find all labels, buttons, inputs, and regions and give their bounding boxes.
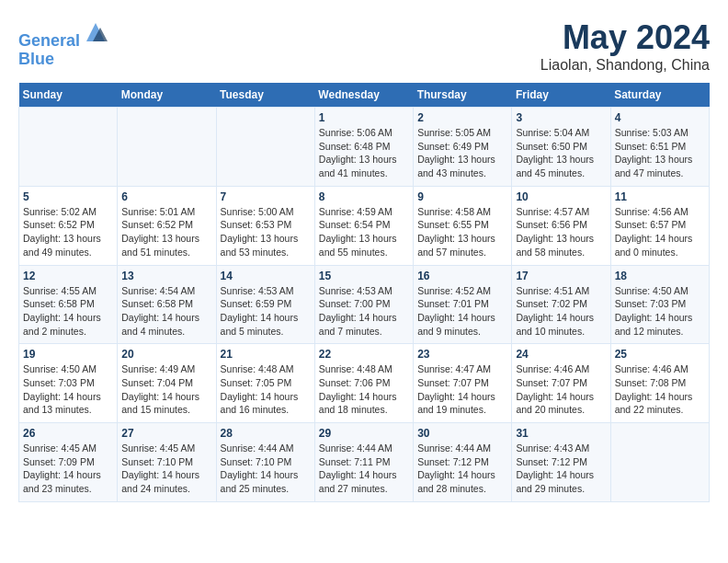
calendar-week-1: 1Sunrise: 5:06 AMSunset: 6:48 PMDaylight… [19, 108, 710, 187]
day-number: 15 [319, 270, 409, 282]
day-number: 25 [615, 348, 705, 361]
day-number: 10 [516, 190, 606, 203]
calendar-cell: 1Sunrise: 5:06 AMSunset: 6:48 PMDaylight… [314, 108, 413, 187]
day-info: Sunrise: 4:44 AMSunset: 7:12 PMDaylight:… [417, 442, 507, 496]
calendar-cell: 29Sunrise: 4:44 AMSunset: 7:11 PMDayligh… [314, 423, 413, 502]
day-info: Sunrise: 4:56 AMSunset: 6:57 PMDaylight:… [615, 205, 705, 259]
day-info: Sunrise: 4:46 AMSunset: 7:08 PMDaylight:… [615, 362, 705, 417]
calendar-cell: 9Sunrise: 4:58 AMSunset: 6:55 PMDaylight… [414, 186, 512, 265]
day-info: Sunrise: 4:54 AMSunset: 6:58 PMDaylight:… [121, 284, 211, 339]
day-info: Sunrise: 4:46 AMSunset: 7:07 PMDaylight:… [516, 362, 606, 417]
day-info: Sunrise: 4:53 AMSunset: 6:59 PMDaylight:… [221, 284, 311, 339]
calendar-week-5: 26Sunrise: 4:45 AMSunset: 7:09 PMDayligh… [19, 423, 710, 502]
calendar-cell: 4Sunrise: 5:03 AMSunset: 6:51 PMDaylight… [610, 108, 709, 187]
day-info: Sunrise: 4:49 AMSunset: 7:04 PMDaylight:… [121, 362, 211, 417]
day-number: 4 [615, 111, 705, 124]
logo-blue: Blue [18, 50, 54, 68]
calendar-cell: 20Sunrise: 4:49 AMSunset: 7:04 PMDayligh… [118, 344, 216, 423]
day-info: Sunrise: 4:47 AMSunset: 7:07 PMDaylight:… [417, 362, 507, 417]
calendar-cell: 16Sunrise: 4:52 AMSunset: 7:01 PMDayligh… [414, 265, 512, 344]
calendar-cell [118, 108, 216, 187]
calendar-cell: 8Sunrise: 4:59 AMSunset: 6:54 PMDaylight… [314, 186, 413, 265]
calendar-cell: 6Sunrise: 5:01 AMSunset: 6:52 PMDaylight… [118, 186, 216, 265]
day-number: 24 [516, 348, 606, 361]
calendar-cell: 28Sunrise: 4:44 AMSunset: 7:10 PMDayligh… [216, 423, 314, 502]
day-number: 21 [221, 348, 311, 361]
day-info: Sunrise: 4:44 AMSunset: 7:10 PMDaylight:… [221, 442, 311, 496]
day-number: 31 [516, 427, 606, 440]
page-header: General Blue May 2024 Liaolan, Shandong,… [18, 18, 710, 74]
calendar-cell: 31Sunrise: 4:43 AMSunset: 7:12 PMDayligh… [512, 423, 610, 502]
logo-general: General [18, 31, 80, 50]
logo-text: General Blue [18, 18, 109, 69]
calendar-cell: 14Sunrise: 4:53 AMSunset: 6:59 PMDayligh… [216, 265, 314, 344]
day-number: 12 [23, 270, 113, 282]
day-number: 30 [417, 427, 507, 440]
calendar-cell: 15Sunrise: 4:53 AMSunset: 7:00 PMDayligh… [314, 265, 413, 344]
day-number: 26 [23, 427, 113, 440]
day-info: Sunrise: 4:53 AMSunset: 7:00 PMDaylight:… [319, 284, 409, 339]
header-thursday: Thursday [414, 83, 512, 108]
day-number: 17 [516, 270, 606, 282]
day-number: 16 [417, 270, 507, 282]
calendar-cell: 19Sunrise: 4:50 AMSunset: 7:03 PMDayligh… [19, 344, 118, 423]
calendar-cell: 2Sunrise: 5:05 AMSunset: 6:49 PMDaylight… [414, 108, 512, 187]
calendar-cell: 3Sunrise: 5:04 AMSunset: 6:50 PMDaylight… [512, 108, 610, 187]
logo-icon [82, 18, 109, 46]
main-title: May 2024 [540, 18, 710, 57]
header-saturday: Saturday [610, 83, 709, 108]
day-number: 19 [23, 348, 113, 361]
calendar-cell [610, 423, 709, 502]
calendar-cell: 7Sunrise: 5:00 AMSunset: 6:53 PMDaylight… [216, 186, 314, 265]
day-number: 6 [121, 190, 211, 203]
subtitle: Liaolan, Shandong, China [540, 57, 710, 74]
day-info: Sunrise: 5:03 AMSunset: 6:51 PMDaylight:… [615, 126, 705, 180]
title-block: May 2024 Liaolan, Shandong, China [540, 18, 710, 74]
day-info: Sunrise: 5:04 AMSunset: 6:50 PMDaylight:… [516, 126, 606, 180]
calendar-cell [19, 108, 118, 187]
calendar-cell: 5Sunrise: 5:02 AMSunset: 6:52 PMDaylight… [19, 186, 118, 265]
day-number: 29 [319, 427, 409, 440]
calendar-table: Sunday Monday Tuesday Wednesday Thursday… [18, 83, 710, 502]
header-friday: Friday [512, 83, 610, 108]
day-info: Sunrise: 4:44 AMSunset: 7:11 PMDaylight:… [319, 442, 409, 496]
day-info: Sunrise: 4:55 AMSunset: 6:58 PMDaylight:… [23, 284, 113, 339]
day-info: Sunrise: 4:51 AMSunset: 7:02 PMDaylight:… [516, 284, 606, 339]
day-info: Sunrise: 4:48 AMSunset: 7:06 PMDaylight:… [319, 362, 409, 417]
day-info: Sunrise: 5:06 AMSunset: 6:48 PMDaylight:… [319, 126, 409, 180]
day-info: Sunrise: 4:50 AMSunset: 7:03 PMDaylight:… [615, 284, 705, 339]
day-number: 2 [417, 111, 507, 124]
day-number: 14 [221, 270, 311, 282]
day-info: Sunrise: 4:52 AMSunset: 7:01 PMDaylight:… [417, 284, 507, 339]
day-info: Sunrise: 5:00 AMSunset: 6:53 PMDaylight:… [221, 205, 311, 259]
header-wednesday: Wednesday [314, 83, 413, 108]
day-number: 9 [417, 190, 507, 203]
day-number: 22 [319, 348, 409, 361]
calendar-cell: 21Sunrise: 4:48 AMSunset: 7:05 PMDayligh… [216, 344, 314, 423]
calendar-cell: 25Sunrise: 4:46 AMSunset: 7:08 PMDayligh… [610, 344, 709, 423]
calendar-cell: 10Sunrise: 4:57 AMSunset: 6:56 PMDayligh… [512, 186, 610, 265]
calendar-week-3: 12Sunrise: 4:55 AMSunset: 6:58 PMDayligh… [19, 265, 710, 344]
header-tuesday: Tuesday [216, 83, 314, 108]
day-number: 1 [319, 111, 409, 124]
calendar-cell: 11Sunrise: 4:56 AMSunset: 6:57 PMDayligh… [610, 186, 709, 265]
calendar-cell: 13Sunrise: 4:54 AMSunset: 6:58 PMDayligh… [118, 265, 216, 344]
day-number: 13 [121, 270, 211, 282]
weekday-header-row: Sunday Monday Tuesday Wednesday Thursday… [19, 83, 710, 108]
day-number: 18 [615, 270, 705, 282]
calendar-cell: 18Sunrise: 4:50 AMSunset: 7:03 PMDayligh… [610, 265, 709, 344]
calendar-cell [216, 108, 314, 187]
day-number: 20 [121, 348, 211, 361]
header-monday: Monday [118, 83, 216, 108]
day-info: Sunrise: 4:43 AMSunset: 7:12 PMDaylight:… [516, 442, 606, 496]
day-number: 23 [417, 348, 507, 361]
calendar-cell: 22Sunrise: 4:48 AMSunset: 7:06 PMDayligh… [314, 344, 413, 423]
day-info: Sunrise: 5:02 AMSunset: 6:52 PMDaylight:… [23, 205, 113, 259]
day-number: 7 [221, 190, 311, 203]
calendar-cell: 27Sunrise: 4:45 AMSunset: 7:10 PMDayligh… [118, 423, 216, 502]
day-info: Sunrise: 5:05 AMSunset: 6:49 PMDaylight:… [417, 126, 507, 180]
day-number: 5 [23, 190, 113, 203]
day-number: 8 [319, 190, 409, 203]
header-sunday: Sunday [19, 83, 118, 108]
day-info: Sunrise: 5:01 AMSunset: 6:52 PMDaylight:… [121, 205, 211, 259]
